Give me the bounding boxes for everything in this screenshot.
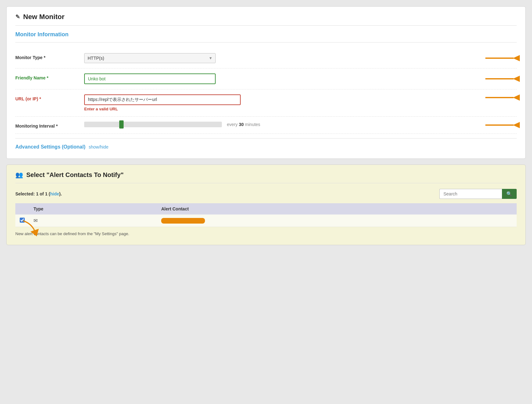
- page-title: ✎ New Monitor: [15, 13, 517, 21]
- monitoring-interval-label: Monitoring Interval *: [15, 122, 84, 129]
- section-divider: [15, 42, 517, 43]
- search-box: 🔍: [439, 189, 517, 199]
- contact-name-cell: [157, 215, 517, 227]
- friendly-name-label: Friendly Name *: [15, 73, 84, 80]
- advanced-divider: [15, 138, 517, 139]
- slider-label: every 30 minutes: [227, 122, 260, 127]
- slider-fill: [84, 122, 123, 127]
- contact-name-redacted: [161, 218, 205, 224]
- contacts-table-body: ✉: [15, 215, 517, 227]
- col-type-header: Type: [29, 203, 157, 215]
- contacts-divider: [15, 183, 517, 183]
- checkbox-cell: [15, 215, 29, 227]
- col-checkbox: [15, 203, 29, 215]
- friendly-name-row: Friendly Name *: [15, 68, 517, 89]
- monitor-type-select[interactable]: HTTP(s) HTTPS Ping Port DNS: [84, 53, 216, 63]
- monitor-type-label: Monitor Type *: [15, 53, 84, 60]
- alert-contacts-title: 👥 Select "Alert Contacts To Notify": [15, 171, 517, 179]
- advanced-settings-row: Advanced Settings (Optional) show/hide: [15, 144, 517, 150]
- url-input[interactable]: [84, 94, 241, 105]
- contacts-table-head: Type Alert Contact: [15, 203, 517, 215]
- email-icon: ✉: [33, 218, 38, 223]
- search-input[interactable]: [439, 189, 502, 199]
- advanced-settings-title: Advanced Settings (Optional): [15, 144, 85, 149]
- monitor-type-row: Monitor Type * HTTP(s) HTTPS Ping Port D…: [15, 48, 517, 68]
- url-input-area: Enter a valid URL: [84, 94, 517, 111]
- selected-info: Selected: 1 of 1 (hide).: [15, 191, 62, 196]
- hide-link[interactable]: hide: [50, 191, 59, 196]
- contact-type-cell: ✉: [29, 215, 157, 227]
- search-button[interactable]: 🔍: [502, 189, 517, 199]
- edit-icon: ✎: [15, 13, 20, 20]
- url-label: URL (or IP) *: [15, 94, 84, 101]
- friendly-name-input[interactable]: [84, 73, 216, 84]
- contacts-table-header-row: Type Alert Contact: [15, 203, 517, 215]
- title-divider: [15, 25, 517, 26]
- contacts-table: Type Alert Contact: [15, 203, 517, 227]
- monitor-type-input-area: HTTP(s) HTTPS Ping Port DNS ▼: [84, 53, 517, 63]
- monitoring-interval-input-area: every 30 minutes: [84, 122, 517, 127]
- alert-contacts-card: 👥 Select "Alert Contacts To Notify" Sele…: [6, 164, 526, 245]
- url-error-msg: Enter a valid URL: [84, 107, 517, 111]
- monitoring-interval-row: Monitoring Interval * every 30 minutes: [15, 117, 517, 134]
- col-contact-header: Alert Contact: [157, 203, 517, 215]
- url-row: URL (or IP) * Enter a valid URL: [15, 89, 517, 117]
- monitor-type-select-wrapper: HTTP(s) HTTPS Ping Port DNS ▼: [84, 53, 216, 63]
- new-monitor-card: ✎ New Monitor Monitor Information Monito…: [6, 6, 526, 159]
- slider-track: [84, 122, 222, 127]
- table-row: ✉: [15, 215, 517, 227]
- slider-thumb[interactable]: [119, 120, 124, 129]
- contact-checkbox[interactable]: [20, 218, 25, 223]
- advanced-settings-toggle[interactable]: show/hide: [89, 144, 108, 149]
- contacts-header: Selected: 1 of 1 (hide). 🔍: [15, 189, 517, 199]
- friendly-name-input-area: [84, 73, 517, 84]
- monitor-info-section-title: Monitor Information: [15, 31, 517, 38]
- note-text: New alert contacts can be defined from t…: [15, 231, 517, 236]
- slider-container: every 30 minutes: [84, 122, 517, 127]
- contacts-icon: 👥: [15, 171, 23, 179]
